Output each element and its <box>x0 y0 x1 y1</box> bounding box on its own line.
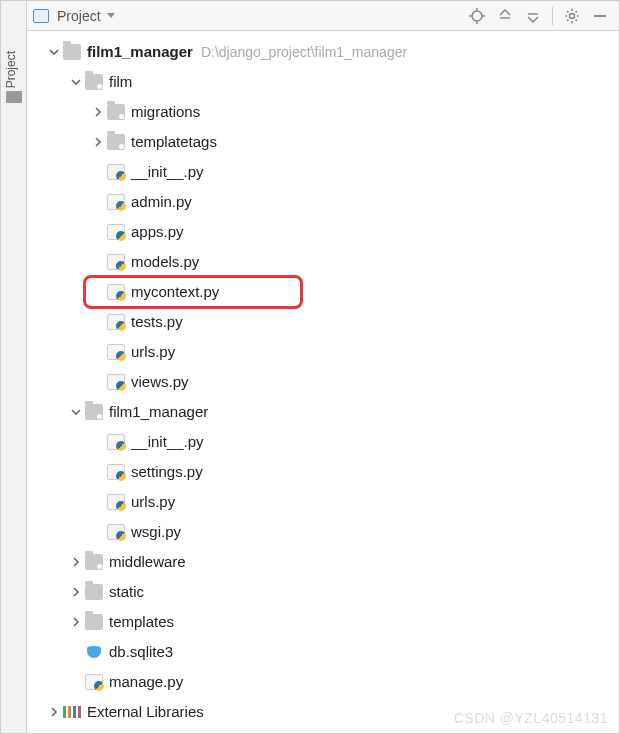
python-file-icon <box>107 254 125 270</box>
tree-node-label: film1_manager <box>87 43 193 61</box>
tree-node-views-py[interactable]: views.py <box>27 367 619 397</box>
tree-node---init---py[interactable]: __init__.py <box>27 157 619 187</box>
package-icon <box>107 104 125 120</box>
folder-icon <box>85 584 103 600</box>
package-icon <box>107 134 125 150</box>
tree-node-label: wsgi.py <box>131 523 181 541</box>
python-file-icon <box>107 224 125 240</box>
python-file-icon <box>107 284 125 300</box>
python-file-icon <box>85 674 103 690</box>
tree-node-label: film1_manager <box>109 403 208 421</box>
tree-node-label: manage.py <box>109 673 183 691</box>
chevron-down-icon[interactable] <box>69 405 83 419</box>
tree-node-label: __init__.py <box>131 163 204 181</box>
gear-icon[interactable] <box>563 7 581 25</box>
hide-icon[interactable] <box>591 7 609 25</box>
tree-node-label: apps.py <box>131 223 184 241</box>
package-icon <box>85 404 103 420</box>
project-tree[interactable]: film1_managerD:\django_project\film1_man… <box>27 31 619 733</box>
tree-node-label: settings.py <box>131 463 203 481</box>
package-icon <box>85 74 103 90</box>
tree-node-mycontext-py[interactable]: mycontext.py <box>27 277 619 307</box>
tree-node-film1-manager[interactable]: film1_managerD:\django_project\film1_man… <box>27 37 619 67</box>
chevron-right-icon[interactable] <box>69 585 83 599</box>
tree-node-label: __init__.py <box>131 433 204 451</box>
side-tab[interactable]: Project <box>1 1 27 733</box>
watermark: CSDN @YZL40514131 <box>454 710 608 726</box>
python-file-icon <box>107 314 125 330</box>
tree-node-urls-py[interactable]: urls.py <box>27 337 619 367</box>
tree-node-templatetags[interactable]: templatetags <box>27 127 619 157</box>
chevron-down-icon[interactable] <box>47 45 61 59</box>
python-file-icon <box>107 434 125 450</box>
toolbar-title[interactable]: Project <box>57 8 101 24</box>
tree-node-label: views.py <box>131 373 189 391</box>
tree-node-migrations[interactable]: migrations <box>27 97 619 127</box>
tree-node-manage-py[interactable]: manage.py <box>27 667 619 697</box>
tree-node-middleware[interactable]: middleware <box>27 547 619 577</box>
tree-node-label: templatetags <box>131 133 217 151</box>
tree-node-film1-manager[interactable]: film1_manager <box>27 397 619 427</box>
tree-node-label: templates <box>109 613 174 631</box>
tree-node---init---py[interactable]: __init__.py <box>27 427 619 457</box>
tree-node-templates[interactable]: templates <box>27 607 619 637</box>
project-view-icon <box>33 9 49 23</box>
tree-node-static[interactable]: static <box>27 577 619 607</box>
locate-icon[interactable] <box>468 7 486 25</box>
tree-node-urls-py[interactable]: urls.py <box>27 487 619 517</box>
tree-node-wsgi-py[interactable]: wsgi.py <box>27 517 619 547</box>
chevron-right-icon[interactable] <box>47 705 61 719</box>
tree-node-label: urls.py <box>131 493 175 511</box>
library-icon <box>63 704 81 720</box>
toolbar: Project <box>27 1 619 31</box>
tree-node-label: External Libraries <box>87 703 204 721</box>
tree-node-db-sqlite3[interactable]: db.sqlite3 <box>27 637 619 667</box>
svg-point-7 <box>570 13 575 18</box>
tree-node-label: admin.py <box>131 193 192 211</box>
tree-node-label: migrations <box>131 103 200 121</box>
tree-node-label: tests.py <box>131 313 183 331</box>
tree-node-admin-py[interactable]: admin.py <box>27 187 619 217</box>
expand-all-icon[interactable] <box>496 7 514 25</box>
database-icon <box>85 644 103 660</box>
tree-node-models-py[interactable]: models.py <box>27 247 619 277</box>
python-file-icon <box>107 524 125 540</box>
chevron-right-icon[interactable] <box>91 105 105 119</box>
tree-node-label: models.py <box>131 253 199 271</box>
chevron-right-icon[interactable] <box>69 615 83 629</box>
folder-icon <box>63 44 81 60</box>
python-file-icon <box>107 494 125 510</box>
tree-node-film[interactable]: film <box>27 67 619 97</box>
python-file-icon <box>107 374 125 390</box>
tree-node-settings-py[interactable]: settings.py <box>27 457 619 487</box>
folder-icon <box>85 614 103 630</box>
tree-node-apps-py[interactable]: apps.py <box>27 217 619 247</box>
tree-node-label: db.sqlite3 <box>109 643 173 661</box>
chevron-down-icon[interactable] <box>107 13 115 18</box>
tree-node-label: static <box>109 583 144 601</box>
python-file-icon <box>107 344 125 360</box>
tree-node-label: middleware <box>109 553 186 571</box>
chevron-right-icon[interactable] <box>91 135 105 149</box>
project-tab-icon <box>6 91 22 103</box>
tree-node-tests-py[interactable]: tests.py <box>27 307 619 337</box>
side-tab-label: Project <box>4 51 18 88</box>
tree-node-label: urls.py <box>131 343 175 361</box>
package-icon <box>85 554 103 570</box>
tree-node-label: film <box>109 73 132 91</box>
python-file-icon <box>107 194 125 210</box>
svg-point-0 <box>472 11 482 21</box>
python-file-icon <box>107 464 125 480</box>
tree-node-path: D:\django_project\film1_manager <box>201 44 407 61</box>
python-file-icon <box>107 164 125 180</box>
toolbar-divider <box>552 7 553 25</box>
collapse-all-icon[interactable] <box>524 7 542 25</box>
tree-node-label: mycontext.py <box>131 283 219 301</box>
project-panel: Project Project film1_managerD:\django_p… <box>0 0 620 734</box>
chevron-right-icon[interactable] <box>69 555 83 569</box>
chevron-down-icon[interactable] <box>69 75 83 89</box>
